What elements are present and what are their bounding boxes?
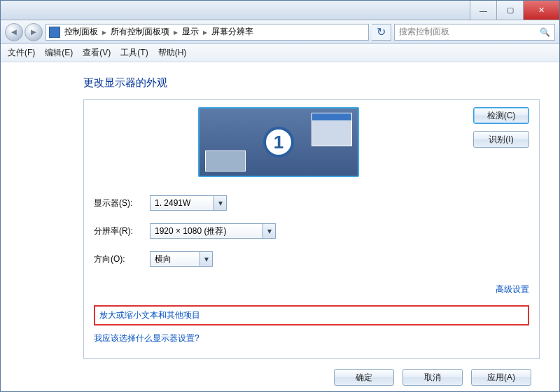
highlight-box: 放大或缩小文本和其他项目 [94,305,529,326]
crumb-level1[interactable]: 所有控制面板项 [111,26,169,38]
control-panel-icon [49,27,60,38]
nav-buttons: ◄ ► [5,23,43,41]
forward-button[interactable]: ► [24,23,43,41]
advanced-settings-link[interactable]: 高级设置 [496,284,529,294]
window-thumb-icon [312,113,352,146]
orientation-label: 方向(O): [94,253,150,265]
search-placeholder: 搜索控制面板 [399,26,449,38]
crumb-sep-icon: ▸ [174,27,178,37]
navbar: ◄ ► 控制面板 ▸ 所有控制面板项 ▸ 显示 ▸ 屏幕分辨率 ↻ 搜索控制面板… [1,20,559,44]
monitor-preview[interactable]: 1 [198,107,359,177]
crumb-sep-icon: ▸ [102,27,106,37]
menu-view[interactable]: 查看(V) [83,47,111,59]
row-orientation: 方向(O): 横向 ▾ [94,251,529,267]
row-resolution: 分辨率(R): 1920 × 1080 (推荐) ▾ [94,223,529,239]
chevron-down-icon: ▾ [262,224,275,238]
detect-button[interactable]: 检测(C) [473,107,529,124]
orientation-value: 横向 [155,253,172,265]
cancel-button[interactable]: 取消 [402,369,463,386]
refresh-button[interactable]: ↻ [372,24,391,41]
display-select[interactable]: 1. 2491W ▾ [150,195,227,211]
search-input[interactable]: 搜索控制面板 🔍 [394,24,555,41]
menu-tools[interactable]: 工具(T) [120,47,148,59]
resolution-select[interactable]: 1920 × 1080 (推荐) ▾ [150,223,276,239]
window: — ▢ ✕ ◄ ► 控制面板 ▸ 所有控制面板项 ▸ 显示 ▸ 屏幕分辨率 ↻ … [0,0,560,392]
menu-file[interactable]: 文件(F) [8,47,35,59]
row-display: 显示器(S): 1. 2491W ▾ [94,195,529,211]
address-bar[interactable]: 控制面板 ▸ 所有控制面板项 ▸ 显示 ▸ 屏幕分辨率 [46,24,369,41]
page-title: 更改显示器的外观 [83,76,540,90]
content: 更改显示器的外观 1 检测(C) 识别(I) 显示器(S): [1,62,559,391]
menubar: 文件(F) 编辑(E) 查看(V) 工具(T) 帮助(H) [1,44,559,62]
crumb-sep-icon: ▸ [203,27,207,37]
resolution-label: 分辨率(R): [94,225,150,237]
monitor-number-badge: 1 [263,127,294,158]
back-button[interactable]: ◄ [5,23,23,41]
crumb-root[interactable]: 控制面板 [64,26,98,38]
taskbar-thumb-icon [205,150,246,172]
orientation-select[interactable]: 横向 ▾ [150,251,213,267]
chevron-down-icon: ▾ [200,252,212,266]
identify-button[interactable]: 识别(I) [473,131,529,148]
advanced-row: 高级设置 [94,284,529,295]
titlebar: — ▢ ✕ [1,1,559,20]
minimize-button[interactable]: — [470,1,496,20]
which-settings-link[interactable]: 我应该选择什么显示器设置? [94,332,529,344]
resolution-value: 1920 × 1080 (推荐) [155,225,226,237]
scale-text-link[interactable]: 放大或缩小文本和其他项目 [99,310,200,320]
chevron-down-icon: ▾ [214,196,226,210]
monitor-preview-area: 1 [94,107,463,177]
menu-help[interactable]: 帮助(H) [158,47,187,59]
maximize-button[interactable]: ▢ [496,1,523,20]
panel-top: 1 检测(C) 识别(I) [94,107,529,177]
menu-edit[interactable]: 编辑(E) [45,47,73,59]
ok-button[interactable]: 确定 [334,369,394,386]
apply-button[interactable]: 应用(A) [471,369,531,386]
crumb-level3[interactable]: 屏幕分辨率 [211,26,253,38]
search-icon: 🔍 [540,27,550,37]
display-value: 1. 2491W [155,198,190,208]
close-button[interactable]: ✕ [523,1,559,20]
settings-form: 显示器(S): 1. 2491W ▾ 分辨率(R): 1920 × 1080 (… [94,195,529,267]
display-panel: 1 检测(C) 识别(I) 显示器(S): 1. 2491W ▾ 分 [83,99,540,359]
side-buttons: 检测(C) 识别(I) [473,107,529,148]
display-label: 显示器(S): [94,197,150,209]
crumb-level2[interactable]: 显示 [182,26,199,38]
help-links: 放大或缩小文本和其他项目 我应该选择什么显示器设置? [94,305,529,344]
footer: 确定 取消 应用(A) [83,359,540,391]
